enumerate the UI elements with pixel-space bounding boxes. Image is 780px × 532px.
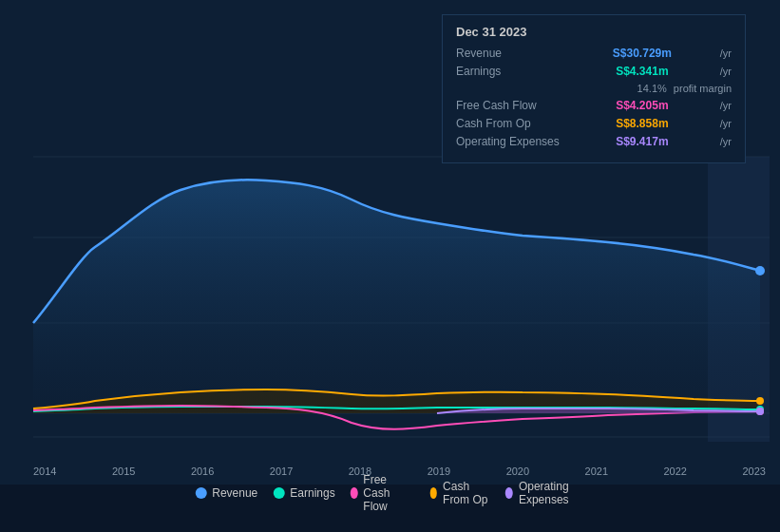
x-label-2021: 2021: [585, 466, 608, 477]
tooltip-opex-unit: /yr: [720, 136, 732, 147]
tooltip-cfo-label: Cash From Op: [456, 117, 570, 130]
tooltip-earnings-row: Earnings S$4.341m /yr: [456, 65, 732, 78]
tooltip-earnings-value: S$4.341m: [616, 65, 668, 78]
legend-fcf-dot: [351, 487, 358, 499]
x-label-2014: 2014: [33, 466, 56, 477]
legend-opex-label: Operating Expenses: [519, 480, 585, 506]
legend-opex-dot: [505, 487, 513, 499]
tooltip-opex-value: S$9.417m: [616, 135, 668, 148]
legend-revenue-dot: [195, 487, 206, 499]
tooltip-revenue-value: S$30.729m: [613, 47, 672, 60]
profit-margin-row: 14.1% profit margin: [456, 83, 732, 94]
tooltip-opex-row: Operating Expenses S$9.417m /yr: [456, 135, 732, 148]
chart-legend: Revenue Earnings Free Cash Flow Cash Fro…: [195, 473, 585, 513]
chart-container: Dec 31 2023 Revenue S$30.729m /yr Earnin…: [0, 0, 780, 532]
tooltip-fcf-label: Free Cash Flow: [456, 99, 570, 112]
svg-point-11: [756, 408, 764, 415]
tooltip-revenue-unit: /yr: [720, 48, 732, 59]
svg-point-8: [756, 397, 764, 405]
legend-revenue[interactable]: Revenue: [195, 486, 257, 500]
profit-margin-value: 14.1% profit margin: [637, 83, 732, 94]
tooltip-cfo-value: S$8.858m: [616, 117, 668, 130]
legend-fcf-label: Free Cash Flow: [363, 473, 414, 513]
legend-opex[interactable]: Operating Expenses: [505, 480, 585, 506]
tooltip-fcf-value: S$4.205m: [616, 99, 668, 112]
svg-point-7: [755, 266, 765, 276]
legend-earnings-dot: [273, 487, 284, 499]
tooltip-box: Dec 31 2023 Revenue S$30.729m /yr Earnin…: [442, 14, 746, 163]
tooltip-fcf-unit: /yr: [720, 100, 732, 111]
tooltip-cfo-row: Cash From Op S$8.858m /yr: [456, 117, 732, 130]
legend-earnings-label: Earnings: [290, 486, 334, 500]
tooltip-opex-label: Operating Expenses: [456, 135, 570, 148]
tooltip-earnings-unit: /yr: [720, 66, 732, 77]
legend-cfo-dot: [429, 487, 437, 499]
x-label-2015: 2015: [112, 466, 135, 477]
tooltip-fcf-row: Free Cash Flow S$4.205m /yr: [456, 99, 732, 112]
tooltip-earnings-label: Earnings: [456, 65, 570, 78]
tooltip-revenue-row: Revenue S$30.729m /yr: [456, 47, 732, 60]
tooltip-revenue-label: Revenue: [456, 47, 570, 60]
tooltip-date: Dec 31 2023: [456, 25, 732, 39]
legend-cfo[interactable]: Cash From Op: [429, 480, 490, 506]
legend-earnings[interactable]: Earnings: [273, 486, 334, 500]
tooltip-cfo-unit: /yr: [720, 118, 732, 129]
x-label-2023: 2023: [742, 466, 765, 477]
legend-fcf[interactable]: Free Cash Flow: [351, 473, 415, 513]
legend-revenue-label: Revenue: [212, 486, 257, 500]
x-label-2022: 2022: [664, 466, 687, 477]
legend-cfo-label: Cash From Op: [443, 480, 490, 506]
